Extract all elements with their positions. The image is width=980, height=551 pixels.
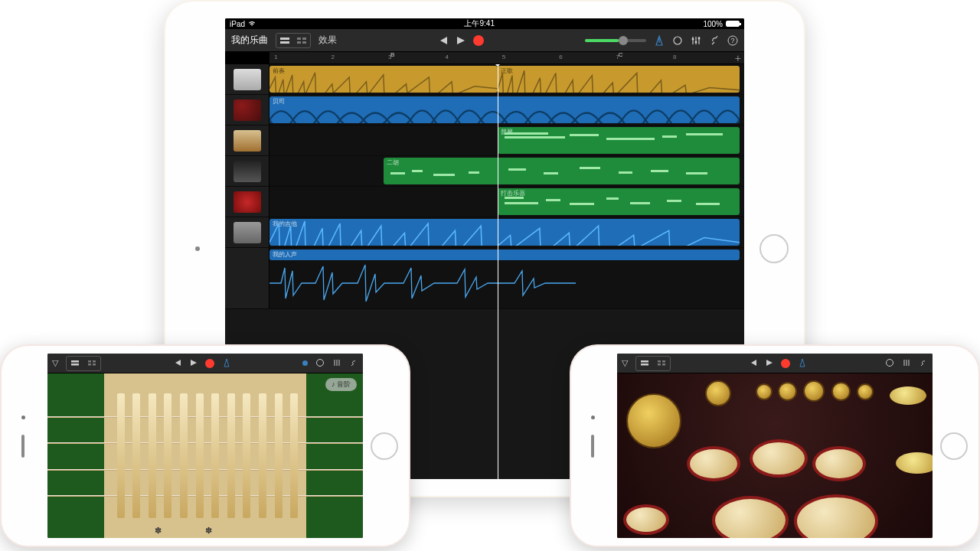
grid-view-icon[interactable] bbox=[653, 357, 670, 370]
drum[interactable] bbox=[623, 504, 669, 535]
drum[interactable] bbox=[750, 439, 808, 478]
camera bbox=[591, 416, 595, 419]
bell[interactable] bbox=[756, 383, 773, 400]
record-button[interactable] bbox=[205, 359, 214, 368]
settings-icon[interactable] bbox=[349, 358, 358, 369]
track-lane[interactable]: 贝司 bbox=[270, 95, 744, 125]
midi-region[interactable]: 打击乐器 bbox=[498, 188, 740, 215]
settings-icon[interactable] bbox=[709, 35, 720, 46]
home-button[interactable] bbox=[760, 234, 789, 263]
nav-down-icon[interactable]: ▽ bbox=[52, 358, 58, 368]
drum-large[interactable] bbox=[712, 496, 789, 538]
record-button[interactable] bbox=[473, 35, 484, 46]
timeline-ruler[interactable]: 1 2 3 B 4 5 6 7 C 8 + bbox=[270, 52, 744, 64]
loop-icon[interactable] bbox=[315, 358, 325, 369]
cymbal[interactable] bbox=[890, 386, 926, 405]
rewind-button[interactable] bbox=[438, 36, 449, 45]
mixer-icon[interactable] bbox=[902, 358, 911, 369]
audio-region[interactable]: 我的吉他 bbox=[270, 219, 740, 246]
iphone-bezel: ▽ ♪ 音阶 bbox=[2, 346, 409, 546]
nav-down-icon[interactable]: ▽ bbox=[622, 358, 628, 368]
mixer-icon[interactable] bbox=[691, 35, 701, 46]
drum[interactable] bbox=[687, 446, 740, 481]
midi-region[interactable]: 二胡 bbox=[384, 158, 740, 184]
gong[interactable] bbox=[626, 393, 681, 448]
drum-machine-icon bbox=[234, 69, 261, 90]
home-button[interactable] bbox=[371, 432, 398, 460]
bell[interactable] bbox=[778, 382, 797, 401]
track-header[interactable] bbox=[225, 187, 270, 217]
drum-large[interactable] bbox=[794, 494, 878, 538]
svg-rect-22 bbox=[662, 360, 665, 363]
metronome-icon[interactable] bbox=[654, 35, 665, 46]
tracks-view-icon[interactable] bbox=[67, 357, 83, 370]
track-row: 打击乐器 bbox=[225, 187, 744, 217]
midi-notes bbox=[384, 158, 740, 184]
record-button[interactable] bbox=[781, 359, 790, 368]
track-header[interactable] bbox=[225, 126, 270, 155]
loop-icon[interactable] bbox=[672, 35, 683, 46]
battery-pct: 100% bbox=[703, 20, 723, 28]
string[interactable] bbox=[47, 442, 363, 444]
view-toggle[interactable] bbox=[276, 33, 311, 48]
string[interactable] bbox=[47, 495, 363, 497]
metronome-icon[interactable] bbox=[222, 358, 231, 369]
ruler-letter-c: C bbox=[619, 51, 623, 58]
audio-region[interactable]: 前奏 bbox=[270, 66, 498, 93]
grid-view-icon[interactable] bbox=[293, 34, 310, 47]
pipa-instrument[interactable]: ♪ 音阶 ✽ ✽ bbox=[47, 373, 363, 538]
rewind-button[interactable] bbox=[749, 359, 758, 368]
grid-view-icon[interactable] bbox=[83, 357, 100, 370]
scale-badge[interactable]: ♪ 音阶 bbox=[325, 378, 357, 391]
volume-slider[interactable] bbox=[585, 39, 646, 42]
track-lane[interactable]: 琵琶 bbox=[270, 126, 744, 155]
play-button[interactable] bbox=[766, 359, 773, 368]
track-header[interactable] bbox=[225, 64, 270, 94]
track-header[interactable] bbox=[225, 217, 270, 247]
play-button[interactable] bbox=[456, 36, 466, 45]
percussion-instrument[interactable] bbox=[617, 373, 933, 538]
view-toggle[interactable] bbox=[66, 356, 101, 371]
track-lane[interactable]: 打击乐器 bbox=[270, 187, 744, 217]
fret bbox=[117, 393, 125, 518]
song-title[interactable]: 我的乐曲 bbox=[231, 34, 268, 47]
playhead[interactable] bbox=[498, 64, 498, 479]
track-lane[interactable]: 我的吉他 bbox=[270, 217, 744, 247]
help-icon[interactable]: ? bbox=[727, 35, 738, 46]
track-lane[interactable]: 前奏 正歌 bbox=[270, 64, 744, 94]
bell[interactable] bbox=[803, 380, 825, 402]
track-header[interactable] bbox=[225, 156, 270, 186]
fx-button[interactable]: 效果 bbox=[318, 34, 337, 47]
track-lane[interactable]: 我的人声 bbox=[270, 248, 744, 308]
bell[interactable] bbox=[831, 382, 851, 401]
tracks-view-icon[interactable] bbox=[276, 34, 293, 47]
drum[interactable] bbox=[812, 446, 866, 481]
metronome-icon[interactable] bbox=[798, 358, 807, 369]
fret bbox=[149, 393, 156, 518]
home-button[interactable] bbox=[940, 432, 968, 460]
add-section-button[interactable]: + bbox=[735, 52, 741, 64]
bell[interactable] bbox=[857, 383, 874, 400]
loop-icon[interactable] bbox=[885, 358, 894, 369]
pipa-icon bbox=[234, 130, 261, 152]
audio-region[interactable]: 我的人声 bbox=[270, 249, 740, 260]
track-lane[interactable]: 二胡 bbox=[270, 156, 744, 186]
string[interactable] bbox=[47, 469, 363, 471]
rewind-button[interactable] bbox=[173, 359, 182, 368]
mixer-icon[interactable] bbox=[332, 358, 341, 369]
svg-rect-19 bbox=[641, 360, 648, 363]
midi-region[interactable]: 琵琶 bbox=[498, 127, 740, 154]
svg-rect-16 bbox=[88, 364, 91, 366]
audio-region[interactable]: 正歌 bbox=[498, 66, 740, 93]
settings-icon[interactable] bbox=[919, 358, 928, 369]
small-gong[interactable] bbox=[705, 380, 731, 406]
track-header[interactable] bbox=[225, 95, 270, 125]
view-toggle[interactable] bbox=[635, 356, 671, 371]
audio-region[interactable]: 贝司 bbox=[270, 96, 740, 123]
play-button[interactable] bbox=[190, 359, 198, 368]
toolbar: 我的乐曲 效果 ? bbox=[225, 29, 744, 52]
tracks-view-icon[interactable] bbox=[636, 357, 653, 370]
cymbal[interactable] bbox=[896, 452, 933, 474]
string[interactable] bbox=[47, 416, 363, 418]
track-header[interactable] bbox=[225, 248, 270, 308]
